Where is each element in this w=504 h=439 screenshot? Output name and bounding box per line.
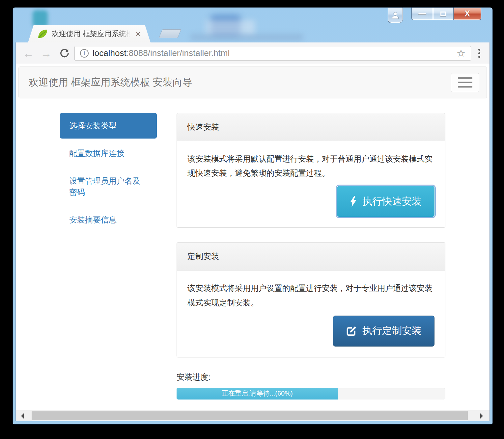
minimize-icon	[418, 13, 426, 14]
page-title: 欢迎使用 框架应用系统模板 安装向导	[29, 76, 192, 89]
browser-menu-button[interactable]	[474, 49, 484, 58]
forward-button[interactable]: →	[39, 48, 53, 59]
install-steps-nav: 选择安装类型 配置数据库连接 设置管理员用户名及密码 安装摘要信息	[60, 113, 157, 421]
browser-toolbar: ← → i localhost:8088/installer/installer…	[15, 42, 490, 64]
close-icon: X	[464, 9, 470, 18]
custom-install-panel-title: 定制安装	[177, 243, 445, 271]
url-host: localhost	[93, 48, 126, 58]
spring-leaf-icon	[37, 29, 48, 39]
tab-close-icon[interactable]: ×	[136, 30, 141, 38]
back-button[interactable]: ←	[21, 48, 36, 59]
window-controls: X	[388, 8, 481, 23]
page-content: 欢迎使用 框架应用系统模板 安装向导 选择安装类型 配置数据库连接 设置管理员用…	[15, 64, 490, 421]
install-progress-bar: 正在重启,请等待...(60%)	[177, 388, 445, 400]
quick-install-description: 该安装模式将采用默认配置进行安装，对于普通用户通过该安装模式实现快速安装，避免繁…	[187, 152, 434, 180]
flash-icon	[350, 196, 357, 207]
custom-install-button[interactable]: 执行定制安装	[333, 316, 434, 347]
user-icon	[391, 12, 399, 19]
reload-button[interactable]	[57, 48, 71, 59]
scrollbar-thumb[interactable]	[32, 411, 468, 420]
custom-install-description: 该安装模式将采用用户设置的配置进行安装，对于专业用户通过该安装模式实现定制安装。	[187, 281, 434, 309]
new-tab-button[interactable]	[159, 29, 182, 38]
horizontal-scrollbar[interactable]	[16, 410, 490, 421]
reload-icon	[59, 48, 69, 59]
glass-reflection	[33, 10, 48, 27]
profile-button[interactable]	[388, 8, 403, 23]
page-navbar: 欢迎使用 框架应用系统模板 安装向导	[18, 66, 487, 98]
navbar-toggle-button[interactable]	[451, 73, 479, 92]
menu-dot	[478, 52, 480, 54]
progress-label: 安装进度:	[177, 372, 445, 382]
quick-install-button[interactable]: 执行快速安装	[337, 186, 434, 217]
tab-title: 欢迎使用 框架应用系统模板	[52, 29, 132, 39]
quick-install-panel-body: 该安装模式将采用默认配置进行安装，对于普通用户通过该安装模式实现快速安装，避免繁…	[177, 141, 445, 227]
quick-install-button-label: 执行快速安装	[362, 195, 422, 208]
hamburger-icon	[458, 77, 472, 79]
url-path: :8088/installer/installer.html	[126, 48, 230, 58]
window-titlebar[interactable]: X 欢迎使用 框架应用系统模板 ×	[13, 8, 492, 42]
custom-install-button-label: 执行定制安装	[362, 324, 422, 338]
progress-text: 正在重启,请等待...(60%)	[222, 389, 293, 398]
nav-item-database[interactable]: 配置数据库连接	[60, 141, 157, 166]
url-text: localhost:8088/installer/installer.html	[93, 48, 230, 58]
hamburger-icon	[458, 82, 472, 83]
scroll-left-arrow[interactable]	[21, 413, 24, 419]
hamburger-icon	[458, 86, 472, 88]
quick-install-panel: 快速安装 该安装模式将采用默认配置进行安装，对于普通用户通过该安装模式实现快速安…	[177, 113, 445, 228]
nav-item-install-type[interactable]: 选择安装类型	[60, 113, 157, 139]
minimize-button[interactable]	[411, 8, 433, 20]
bookmark-star-icon[interactable]: ☆	[457, 47, 465, 59]
browser-window: X 欢迎使用 框架应用系统模板 × ← → i localhost:8088/i…	[13, 7, 493, 425]
quick-install-panel-title: 快速安装	[177, 113, 445, 141]
close-button[interactable]: X	[454, 8, 481, 20]
install-options: 快速安装 该安装模式将采用默认配置进行安装，对于普通用户通过该安装模式实现快速安…	[177, 113, 445, 421]
glass-reflection	[191, 34, 303, 40]
nav-item-admin-account[interactable]: 设置管理员用户名及密码	[60, 168, 157, 205]
maximize-icon	[440, 12, 446, 16]
nav-item-summary[interactable]: 安装摘要信息	[60, 207, 157, 233]
custom-install-panel: 定制安装 该安装模式将采用用户设置的配置进行安装，对于专业用户通过该安装模式实现…	[177, 242, 445, 357]
browser-tab[interactable]: 欢迎使用 框架应用系统模板 ×	[28, 25, 151, 42]
menu-dot	[478, 49, 480, 51]
scroll-right-arrow[interactable]	[480, 413, 483, 419]
menu-dot	[478, 56, 480, 58]
address-bar[interactable]: i localhost:8088/installer/installer.htm…	[74, 46, 471, 61]
glass-reflection	[210, 15, 241, 35]
edit-icon	[346, 325, 357, 337]
custom-install-panel-body: 该安装模式将采用用户设置的配置进行安装，对于专业用户通过该安装模式实现定制安装。…	[177, 271, 445, 357]
glass-reflection	[206, 20, 255, 35]
main-container: 选择安装类型 配置数据库连接 设置管理员用户名及密码 安装摘要信息 快速安装 该…	[60, 98, 445, 421]
maximize-button[interactable]	[433, 8, 454, 20]
progress-fill: 正在重启,请等待...(60%)	[177, 388, 338, 400]
page-info-icon[interactable]: i	[80, 49, 89, 58]
